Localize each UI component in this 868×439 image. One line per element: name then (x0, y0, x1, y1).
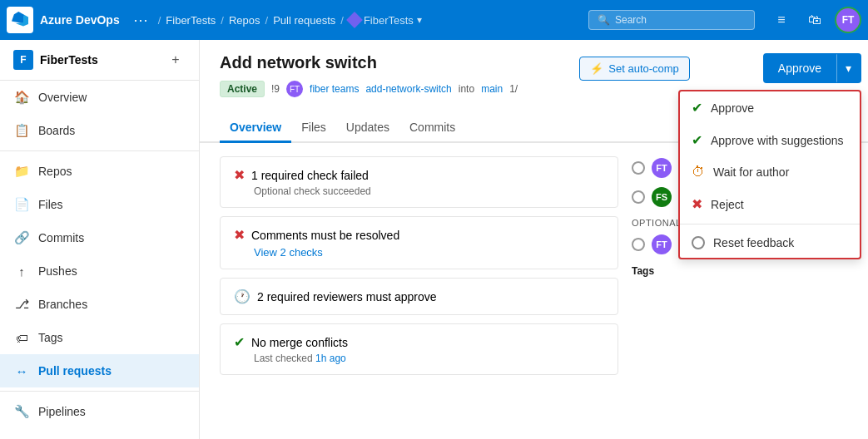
breadcrumb-active[interactable]: FiberTests ▾ (349, 14, 422, 27)
check-header: ✖ Comments must be resolved (234, 227, 604, 243)
check-title: Comments must be resolved (251, 229, 399, 242)
check-title: 2 required reviewers must approve (257, 290, 437, 303)
brand-name: Azure DevOps (40, 13, 120, 27)
author-avatar: FT (286, 81, 303, 97)
app-layout: F FiberTests + 🏠 Overview 📋 Boards 📁 Rep… (0, 40, 868, 439)
avatar[interactable]: FT (835, 7, 861, 33)
sidebar-item-pushes[interactable]: ↑ Pushes (0, 254, 199, 288)
dropdown-reset-feedback[interactable]: Reset feedback (680, 228, 860, 258)
set-autocomplete-button[interactable]: ⚡ Set auto-comp (579, 57, 690, 81)
repos-icon: 📁 (13, 163, 30, 180)
top-nav: Azure DevOps ⋯ / FiberTests / Repos / Pu… (0, 0, 868, 40)
check-comments: ✖ Comments must be resolved View 2 check… (220, 216, 618, 269)
sidebar-item-pipelines[interactable]: 🔧 Pipelines (0, 395, 199, 428)
pullrequests-icon: ↔ (13, 363, 30, 379)
info-icon: 🕐 (234, 289, 250, 304)
tags-label: Tags (632, 265, 848, 277)
sidebar-item-repos[interactable]: 📁 Repos (0, 155, 199, 188)
error-icon: ✖ (234, 167, 245, 183)
overview-icon: 🏠 (13, 89, 30, 106)
sidebar-item-boards[interactable]: 📋 Boards (0, 114, 199, 147)
tab-updates[interactable]: Updates (336, 114, 399, 143)
sidebar-item-overview[interactable]: 🏠 Overview (0, 81, 199, 114)
project-name: F FiberTests (13, 50, 98, 70)
main-content: Add network switch Active !9 FT fiber te… (200, 40, 868, 439)
autocomplete-icon: ⚡ (590, 62, 603, 75)
check-header: ✖ 1 required check failed (234, 167, 604, 183)
check-required-failed: ✖ 1 required check failed Optional check… (220, 156, 618, 208)
check-subtitle: Last checked 1h ago (254, 353, 604, 364)
commits-icon: 🔗 (13, 229, 30, 246)
top-nav-icons: ≡ 🛍 FT (768, 7, 861, 33)
search-icon: 🔍 (598, 14, 610, 26)
target-branch-link[interactable]: main (481, 83, 503, 95)
azure-devops-logo[interactable] (7, 7, 33, 33)
sidebar-item-files[interactable]: 📄 Files (0, 188, 199, 221)
circle-empty-icon (692, 236, 705, 249)
branches-icon: ⎇ (13, 296, 30, 313)
checks-column: ✖ 1 required check failed Optional check… (220, 156, 618, 383)
reviewer-radio (632, 190, 645, 204)
source-branch-link[interactable]: add-network-switch (365, 83, 451, 95)
sidebar-item-tags[interactable]: 🏷 Tags (0, 321, 199, 354)
error-icon: ✖ (234, 227, 245, 243)
approve-dropdown-menu: ✔ Approve ✔ Approve with suggestions ⏱ W… (678, 90, 861, 259)
dropdown-approve-suggestions[interactable]: ✔ Approve with suggestions (680, 124, 860, 156)
dropdown-divider (680, 224, 860, 224)
tab-files[interactable]: Files (291, 114, 336, 143)
breadcrumb-repos[interactable]: Repos (229, 14, 260, 27)
pr-comment-count: !9 (271, 83, 280, 95)
action-buttons: ⚡ Set auto-comp Approve ▾ ✔ Approve ✔ Ap… (579, 53, 861, 83)
dropdown-wait-author[interactable]: ⏱ Wait for author (680, 156, 860, 188)
more-options-icon[interactable]: ⋯ (133, 11, 148, 29)
check-title: No merge conflicts (251, 336, 348, 349)
check-subtitle: Optional check succeeded (254, 185, 604, 197)
approve-container: Approve ▾ ✔ Approve ✔ Approve with sugge… (763, 53, 861, 83)
breadcrumb: / FiberTests / Repos / Pull requests / F… (158, 14, 422, 27)
breadcrumb-pullrequests[interactable]: Pull requests (273, 14, 335, 27)
author-team-link[interactable]: fiber teams (310, 83, 359, 95)
into-text: into (459, 83, 474, 95)
sidebar: F FiberTests + 🏠 Overview 📋 Boards 📁 Rep… (0, 40, 200, 439)
pipelines-icon: 🔧 (13, 403, 30, 420)
check-reviewers: 🕐 2 required reviewers must approve (220, 278, 618, 315)
sidebar-project-header: F FiberTests + (0, 40, 199, 81)
approve-dropdown-button[interactable]: ▾ (836, 53, 861, 83)
clock-orange-icon: ⏱ (692, 165, 705, 180)
reviewer-radio (632, 161, 645, 175)
breadcrumb-fibertests[interactable]: FiberTests (166, 14, 216, 27)
settings-icon[interactable]: ≡ (768, 7, 795, 33)
diamond-icon (346, 12, 363, 28)
sidebar-item-pullrequests[interactable]: ↔ Pull requests (0, 354, 199, 387)
notifications-icon[interactable]: 🛍 (801, 7, 828, 33)
approve-button-group: Approve ▾ (763, 53, 861, 83)
reviewer-avatar: FT (652, 234, 672, 254)
success-icon: ✔ (234, 334, 245, 350)
view-checks-link[interactable]: View 2 checks (254, 246, 323, 259)
boards-icon: 📋 (13, 122, 30, 139)
reviewer-radio (632, 238, 645, 251)
status-badge: Active (220, 81, 265, 97)
tab-overview[interactable]: Overview (220, 114, 291, 143)
tab-commits[interactable]: Commits (399, 114, 465, 143)
pr-date: 1/ (509, 83, 518, 95)
search-box[interactable]: 🔍 Search (588, 10, 755, 30)
check-header: ✔ No merge conflicts (234, 334, 604, 350)
pushes-icon: ↑ (13, 263, 30, 279)
dropdown-approve[interactable]: ✔ Approve (680, 91, 860, 124)
tags-icon: 🏷 (13, 329, 30, 346)
files-icon: 📄 (13, 196, 30, 213)
tags-section: Tags (632, 265, 848, 277)
check-title: 1 required check failed (251, 169, 369, 182)
dropdown-reject[interactable]: ✖ Reject (680, 188, 860, 220)
approve-button[interactable]: Approve (763, 53, 836, 83)
add-project-button[interactable]: + (166, 50, 186, 70)
reviewer-avatar: FT (652, 158, 672, 178)
check-green-icon: ✔ (692, 100, 702, 116)
x-red-icon: ✖ (692, 196, 702, 212)
sidebar-item-commits[interactable]: 🔗 Commits (0, 221, 199, 254)
project-avatar: F (13, 50, 33, 70)
check-header: 🕐 2 required reviewers must approve (234, 289, 604, 304)
check-green-icon: ✔ (692, 132, 702, 148)
sidebar-item-branches[interactable]: ⎇ Branches (0, 288, 199, 321)
